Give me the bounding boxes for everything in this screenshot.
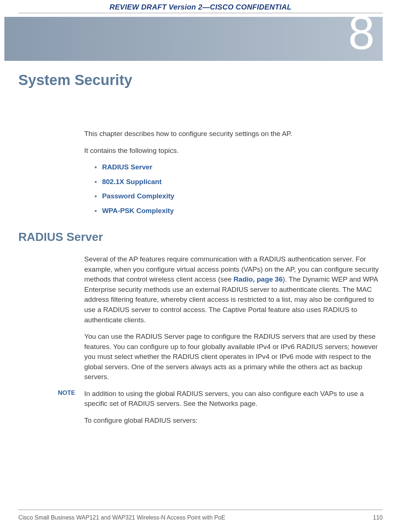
note-block: NOTE In addition to using the global RAD… bbox=[84, 389, 381, 409]
page-number: 110 bbox=[373, 514, 383, 521]
content-area: This chapter describes how to configure … bbox=[84, 129, 381, 216]
footer-rule bbox=[18, 510, 383, 510]
topic-item-radius: •RADIUS Server bbox=[94, 162, 381, 172]
bullet-icon: • bbox=[94, 192, 97, 200]
section-heading-radius: RADIUS Server bbox=[18, 230, 401, 244]
footer-left: Cisco Small Business WAP121 and WAP321 W… bbox=[18, 514, 225, 521]
footer: Cisco Small Business WAP121 and WAP321 W… bbox=[18, 514, 383, 521]
link-radio-page36[interactable]: Radio, page 36 bbox=[234, 275, 283, 283]
topic-list: •RADIUS Server •802.1X Supplicant •Passw… bbox=[94, 162, 381, 216]
topic-link-password[interactable]: Password Complexity bbox=[102, 192, 174, 200]
bullet-icon: • bbox=[94, 178, 97, 186]
section-para-3: To configure global RADIUS servers: bbox=[84, 415, 381, 426]
chapter-band: 8 bbox=[4, 17, 383, 61]
section-para-2: You can use the RADIUS Server page to co… bbox=[84, 331, 381, 382]
topic-item-password: •Password Complexity bbox=[94, 191, 381, 201]
bullet-icon: • bbox=[94, 163, 97, 171]
topic-link-8021x[interactable]: 802.1X Supplicant bbox=[102, 178, 162, 186]
topic-item-8021x: •802.1X Supplicant bbox=[94, 177, 381, 187]
top-rule bbox=[18, 13, 383, 13]
note-label: NOTE bbox=[58, 389, 75, 398]
topic-link-radius[interactable]: RADIUS Server bbox=[102, 163, 152, 171]
chapter-title: System Security bbox=[18, 72, 401, 88]
chapter-number: 8 bbox=[348, 5, 375, 60]
draft-header: REVIEW DRAFT Version 2—CISCO CONFIDENTIA… bbox=[0, 0, 401, 13]
section-content: Several of the AP features require commu… bbox=[84, 254, 381, 425]
intro-para-1: This chapter describes how to configure … bbox=[84, 129, 381, 139]
topic-item-wpapsk: •WPA-PSK Complexity bbox=[94, 206, 381, 216]
bullet-icon: • bbox=[94, 207, 97, 214]
section-para-1: Several of the AP features require commu… bbox=[84, 254, 381, 325]
intro-para-2: It contains the following topics. bbox=[84, 146, 381, 156]
note-text: In addition to using the global RADIUS s… bbox=[84, 389, 381, 409]
topic-link-wpapsk[interactable]: WPA-PSK Complexity bbox=[102, 207, 174, 214]
